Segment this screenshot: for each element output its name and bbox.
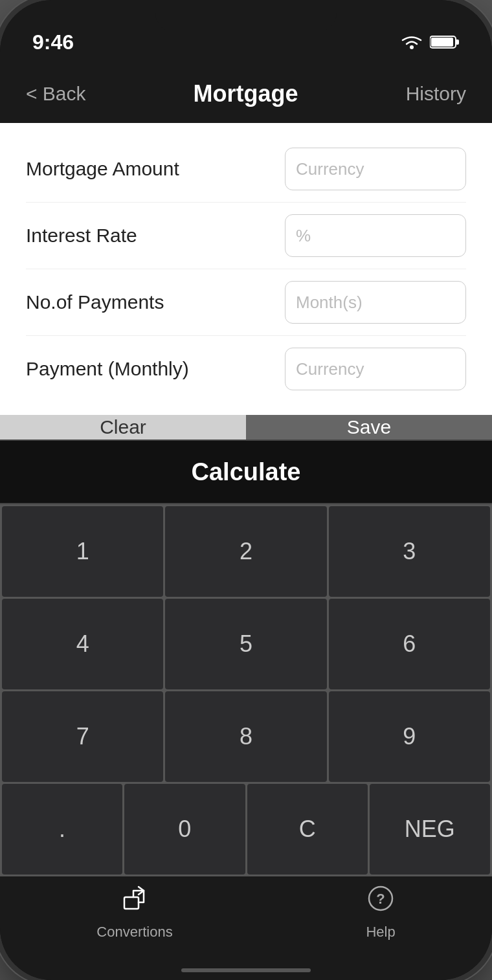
tab-conversions[interactable]: Convertions [96, 884, 172, 941]
svg-rect-3 [431, 38, 453, 47]
nav-bar: < Back Mortgage History [0, 65, 492, 123]
calculate-button[interactable]: Calculate [0, 440, 492, 504]
conversions-icon [120, 884, 149, 919]
help-label: Help [366, 924, 395, 941]
status-time: 9:46 [32, 30, 74, 54]
mortgage-amount-label: Mortgage Amount [26, 158, 179, 180]
action-buttons: Clear Save [0, 415, 492, 440]
tab-bar: Convertions ? Help [0, 876, 492, 961]
key-2[interactable]: 2 [165, 506, 326, 597]
tab-help[interactable]: ? Help [366, 884, 395, 941]
no-of-payments-label: No.of Payments [26, 291, 164, 313]
wifi-icon [400, 34, 423, 50]
key-9[interactable]: 9 [329, 691, 490, 782]
numpad-grid: 1 2 3 4 5 6 7 8 9 [0, 504, 492, 784]
status-icons [400, 34, 460, 50]
svg-point-0 [410, 45, 414, 49]
conversions-label: Convertions [96, 924, 172, 941]
help-icon: ? [366, 884, 395, 919]
key-neg[interactable]: NEG [370, 784, 490, 874]
history-button[interactable]: History [406, 83, 466, 105]
home-indicator [0, 961, 492, 980]
key-1[interactable]: 1 [2, 506, 163, 597]
no-of-payments-row: No.of Payments [26, 269, 466, 336]
interest-rate-input[interactable] [285, 214, 466, 257]
numpad: 1 2 3 4 5 6 7 8 9 . 0 C NEG [0, 504, 492, 876]
key-3[interactable]: 3 [329, 506, 490, 597]
mortgage-amount-row: Mortgage Amount [26, 136, 466, 203]
form-rows: Mortgage Amount Interest Rate No.of Paym… [0, 123, 492, 415]
mortgage-amount-input[interactable] [285, 148, 466, 190]
key-8[interactable]: 8 [165, 691, 326, 782]
key-7[interactable]: 7 [2, 691, 163, 782]
page-title: Mortgage [194, 80, 298, 107]
no-of-payments-input[interactable] [285, 281, 466, 324]
payment-monthly-input[interactable] [285, 348, 466, 390]
svg-rect-2 [456, 39, 459, 45]
interest-rate-label: Interest Rate [26, 225, 137, 247]
key-0[interactable]: 0 [124, 784, 245, 874]
calculate-label: Calculate [192, 458, 301, 486]
key-5[interactable]: 5 [165, 599, 326, 689]
key-4[interactable]: 4 [2, 599, 163, 689]
form-area: Mortgage Amount Interest Rate No.of Paym… [0, 123, 492, 440]
numpad-last-row: . 0 C NEG [0, 784, 492, 876]
back-button[interactable]: < Back [26, 83, 86, 105]
key-dot[interactable]: . [2, 784, 122, 874]
payment-monthly-label: Payment (Monthly) [26, 358, 189, 380]
key-6[interactable]: 6 [329, 599, 490, 689]
clear-button[interactable]: Clear [0, 415, 246, 440]
svg-text:?: ? [376, 891, 385, 907]
interest-rate-row: Interest Rate [26, 203, 466, 269]
key-c[interactable]: C [247, 784, 368, 874]
payment-monthly-row: Payment (Monthly) [26, 336, 466, 402]
svg-rect-4 [124, 897, 139, 909]
home-bar [181, 968, 311, 972]
save-button[interactable]: Save [246, 415, 492, 440]
battery-icon [430, 34, 460, 50]
